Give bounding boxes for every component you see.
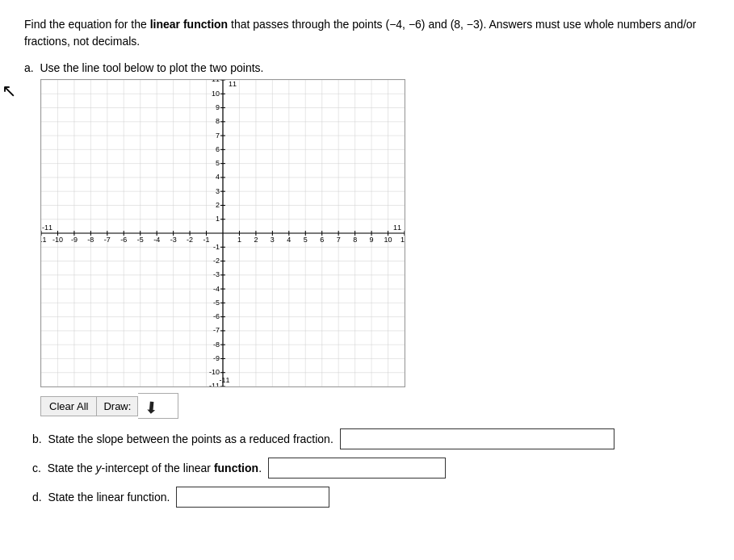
- sub-question-c: c. State the y-intercept of the linear f…: [32, 458, 710, 479]
- slope-input[interactable]: [340, 428, 614, 449]
- cursor-arrow: ↖: [2, 81, 16, 102]
- y-italic: y: [96, 462, 102, 474]
- bold-linear-function: linear function: [150, 18, 228, 31]
- sub-c-label: c. State the y-intercept of the linear f…: [32, 462, 262, 474]
- sub-d-label: d. State the linear function.: [32, 491, 170, 504]
- controls-bar: Clear All Draw: ⬋: [40, 393, 710, 419]
- coordinate-grid[interactable]: [40, 79, 405, 387]
- linear-function-input[interactable]: [176, 487, 329, 508]
- sub-question-a: a. Use the line tool below to plot the t…: [24, 61, 710, 419]
- graph-area: [40, 79, 405, 387]
- sub-b-label: b. State the slope between the points as…: [32, 433, 333, 445]
- draw-icon-area[interactable]: ⬋: [138, 393, 178, 419]
- sub-c-bold-function: function: [214, 462, 258, 474]
- yintercept-input[interactable]: [268, 458, 446, 479]
- sub-a-label: a. Use the line tool below to plot the t…: [24, 61, 710, 74]
- clear-all-button[interactable]: Clear All: [40, 396, 97, 416]
- draw-arrow-icon: ⬋: [141, 395, 163, 418]
- sub-question-b: b. State the slope between the points as…: [32, 428, 710, 449]
- sub-question-d: d. State the linear function.: [32, 487, 710, 508]
- draw-label: Draw:: [97, 396, 138, 416]
- question-main-text: Find the equation for the linear functio…: [24, 16, 710, 50]
